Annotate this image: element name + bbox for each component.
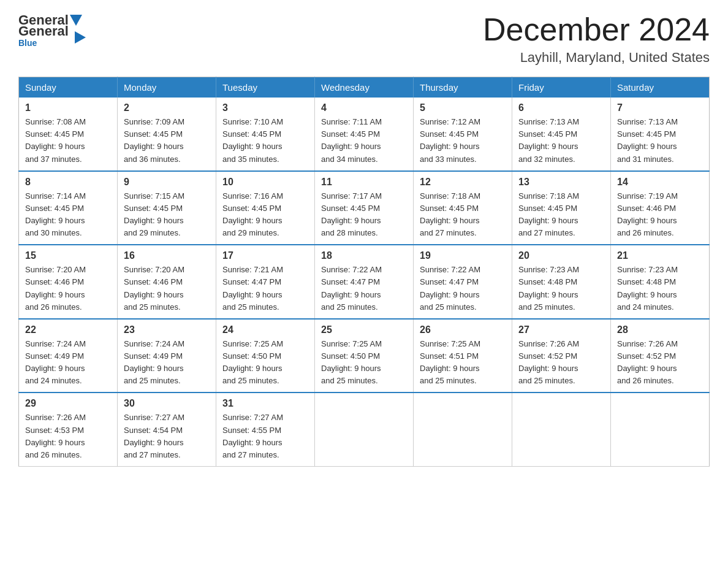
calendar-day-cell: 19 Sunrise: 7:22 AM Sunset: 4:47 PM Dayl… (414, 245, 512, 319)
page-header: General General Blue December 2024 Layhi… (18, 12, 710, 66)
logo: General General Blue (18, 12, 83, 48)
weekday-header-sunday: Sunday (19, 77, 118, 98)
weekday-header-tuesday: Tuesday (216, 77, 315, 98)
calendar-day-cell: 6 Sunrise: 7:13 AM Sunset: 4:45 PM Dayli… (512, 98, 611, 171)
calendar-week-row: 29 Sunrise: 7:26 AM Sunset: 4:53 PM Dayl… (19, 393, 710, 466)
day-number: 10 (222, 177, 308, 188)
calendar-day-cell: 2 Sunrise: 7:09 AM Sunset: 4:45 PM Dayli… (118, 98, 216, 171)
logo-triangle-icon (70, 15, 82, 26)
day-info: Sunrise: 7:09 AM Sunset: 4:45 PM Dayligh… (124, 116, 210, 166)
calendar-day-cell: 27 Sunrise: 7:26 AM Sunset: 4:52 PM Dayl… (512, 319, 611, 393)
calendar-title: December 2024 (483, 12, 710, 47)
day-info: Sunrise: 7:25 AM Sunset: 4:50 PM Dayligh… (222, 338, 308, 388)
day-info: Sunrise: 7:11 AM Sunset: 4:45 PM Dayligh… (321, 116, 407, 166)
calendar-day-cell: 23 Sunrise: 7:24 AM Sunset: 4:49 PM Dayl… (118, 319, 216, 393)
day-info: Sunrise: 7:23 AM Sunset: 4:48 PM Dayligh… (518, 264, 604, 313)
day-number: 22 (25, 324, 111, 335)
calendar-day-cell: 16 Sunrise: 7:20 AM Sunset: 4:46 PM Dayl… (118, 245, 216, 319)
calendar-day-cell: 20 Sunrise: 7:23 AM Sunset: 4:48 PM Dayl… (512, 245, 611, 319)
day-number: 7 (617, 102, 703, 113)
calendar-empty-cell (315, 393, 414, 466)
weekday-header-saturday: Saturday (611, 77, 710, 98)
calendar-week-row: 15 Sunrise: 7:20 AM Sunset: 4:46 PM Dayl… (19, 245, 710, 319)
day-info: Sunrise: 7:10 AM Sunset: 4:45 PM Dayligh… (222, 116, 308, 166)
day-info: Sunrise: 7:19 AM Sunset: 4:46 PM Dayligh… (617, 190, 703, 240)
day-info: Sunrise: 7:27 AM Sunset: 4:54 PM Dayligh… (124, 412, 210, 461)
calendar-week-row: 1 Sunrise: 7:08 AM Sunset: 4:45 PM Dayli… (19, 98, 710, 171)
day-info: Sunrise: 7:16 AM Sunset: 4:45 PM Dayligh… (222, 190, 308, 240)
day-number: 20 (518, 250, 604, 261)
day-info: Sunrise: 7:26 AM Sunset: 4:52 PM Dayligh… (518, 338, 604, 388)
day-info: Sunrise: 7:24 AM Sunset: 4:49 PM Dayligh… (25, 338, 111, 388)
day-number: 8 (25, 177, 111, 188)
calendar-day-cell: 14 Sunrise: 7:19 AM Sunset: 4:46 PM Dayl… (611, 171, 710, 245)
calendar-day-cell: 28 Sunrise: 7:26 AM Sunset: 4:52 PM Dayl… (611, 319, 710, 393)
calendar-day-cell: 4 Sunrise: 7:11 AM Sunset: 4:45 PM Dayli… (315, 98, 414, 171)
day-number: 23 (124, 324, 210, 335)
day-number: 16 (124, 250, 210, 261)
day-number: 1 (25, 102, 111, 113)
day-number: 21 (617, 250, 703, 261)
weekday-header-monday: Monday (118, 77, 216, 98)
day-number: 3 (222, 102, 308, 113)
calendar-day-cell: 8 Sunrise: 7:14 AM Sunset: 4:45 PM Dayli… (19, 171, 118, 245)
calendar-day-cell: 21 Sunrise: 7:23 AM Sunset: 4:48 PM Dayl… (611, 245, 710, 319)
day-number: 13 (518, 177, 604, 188)
day-number: 15 (25, 250, 111, 261)
calendar-empty-cell (611, 393, 710, 466)
day-number: 17 (222, 250, 308, 261)
day-number: 4 (321, 102, 407, 113)
calendar-day-cell: 22 Sunrise: 7:24 AM Sunset: 4:49 PM Dayl… (19, 319, 118, 393)
calendar-day-cell: 15 Sunrise: 7:20 AM Sunset: 4:46 PM Dayl… (19, 245, 118, 319)
calendar-week-row: 22 Sunrise: 7:24 AM Sunset: 4:49 PM Dayl… (19, 319, 710, 393)
day-number: 5 (420, 102, 506, 113)
calendar-day-cell: 12 Sunrise: 7:18 AM Sunset: 4:45 PM Dayl… (414, 171, 512, 245)
calendar-week-row: 8 Sunrise: 7:14 AM Sunset: 4:45 PM Dayli… (19, 171, 710, 245)
calendar-day-cell: 10 Sunrise: 7:16 AM Sunset: 4:45 PM Dayl… (216, 171, 315, 245)
calendar-day-cell: 31 Sunrise: 7:27 AM Sunset: 4:55 PM Dayl… (216, 393, 315, 466)
day-number: 27 (518, 324, 604, 335)
calendar-empty-cell (512, 393, 611, 466)
calendar-subtitle: Layhill, Maryland, United States (483, 50, 710, 66)
weekday-header-thursday: Thursday (414, 77, 512, 98)
day-number: 18 (321, 250, 407, 261)
day-info: Sunrise: 7:20 AM Sunset: 4:46 PM Dayligh… (124, 264, 210, 313)
day-info: Sunrise: 7:24 AM Sunset: 4:49 PM Dayligh… (124, 338, 210, 388)
day-number: 2 (124, 102, 210, 113)
calendar-day-cell: 24 Sunrise: 7:25 AM Sunset: 4:50 PM Dayl… (216, 319, 315, 393)
calendar-table: SundayMondayTuesdayWednesdayThursdayFrid… (18, 77, 710, 467)
svg-marker-0 (75, 31, 86, 44)
day-info: Sunrise: 7:22 AM Sunset: 4:47 PM Dayligh… (420, 264, 506, 313)
logo-arrow-icon (75, 31, 86, 44)
calendar-day-cell: 17 Sunrise: 7:21 AM Sunset: 4:47 PM Dayl… (216, 245, 315, 319)
day-number: 9 (124, 177, 210, 188)
day-info: Sunrise: 7:08 AM Sunset: 4:45 PM Dayligh… (25, 116, 111, 166)
logo-blue-text: Blue (18, 38, 37, 48)
day-number: 11 (321, 177, 407, 188)
calendar-day-cell: 18 Sunrise: 7:22 AM Sunset: 4:47 PM Dayl… (315, 245, 414, 319)
day-number: 12 (420, 177, 506, 188)
day-info: Sunrise: 7:17 AM Sunset: 4:45 PM Dayligh… (321, 190, 407, 240)
day-info: Sunrise: 7:18 AM Sunset: 4:45 PM Dayligh… (420, 190, 506, 240)
calendar-day-cell: 11 Sunrise: 7:17 AM Sunset: 4:45 PM Dayl… (315, 171, 414, 245)
weekday-header-friday: Friday (512, 77, 611, 98)
calendar-header-row: SundayMondayTuesdayWednesdayThursdayFrid… (19, 77, 710, 98)
calendar-empty-cell (414, 393, 512, 466)
day-info: Sunrise: 7:18 AM Sunset: 4:45 PM Dayligh… (518, 190, 604, 240)
day-info: Sunrise: 7:25 AM Sunset: 4:51 PM Dayligh… (420, 338, 506, 388)
calendar-day-cell: 3 Sunrise: 7:10 AM Sunset: 4:45 PM Dayli… (216, 98, 315, 171)
day-number: 6 (518, 102, 604, 113)
day-info: Sunrise: 7:25 AM Sunset: 4:50 PM Dayligh… (321, 338, 407, 388)
day-info: Sunrise: 7:26 AM Sunset: 4:52 PM Dayligh… (617, 338, 703, 388)
day-info: Sunrise: 7:14 AM Sunset: 4:45 PM Dayligh… (25, 190, 111, 240)
calendar-day-cell: 9 Sunrise: 7:15 AM Sunset: 4:45 PM Dayli… (118, 171, 216, 245)
calendar-day-cell: 30 Sunrise: 7:27 AM Sunset: 4:54 PM Dayl… (118, 393, 216, 466)
day-number: 19 (420, 250, 506, 261)
day-info: Sunrise: 7:12 AM Sunset: 4:45 PM Dayligh… (420, 116, 506, 166)
weekday-header-wednesday: Wednesday (315, 77, 414, 98)
day-number: 29 (25, 398, 111, 409)
day-number: 30 (124, 398, 210, 409)
day-info: Sunrise: 7:15 AM Sunset: 4:45 PM Dayligh… (124, 190, 210, 240)
calendar-day-cell: 25 Sunrise: 7:25 AM Sunset: 4:50 PM Dayl… (315, 319, 414, 393)
day-number: 14 (617, 177, 703, 188)
